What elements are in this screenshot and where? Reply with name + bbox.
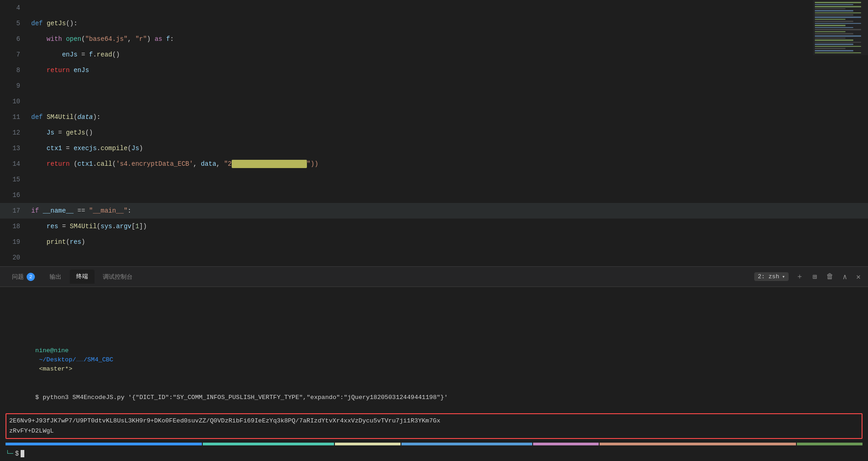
code-line-10: 10 xyxy=(0,94,868,109)
line-content-18: res = SM4Util(sys.argv[1]) xyxy=(28,219,868,234)
line-content-12: Js = getJs() xyxy=(28,125,868,141)
line-content-16 xyxy=(28,187,868,203)
tab-terminal[interactable]: 终端 xyxy=(70,270,95,284)
tab-debug-console-label: 调试控制台 xyxy=(103,273,133,281)
close-terminal-icon[interactable]: ✕ xyxy=(854,271,862,282)
line-number-8: 8 xyxy=(0,62,28,78)
line-content-15 xyxy=(28,172,868,187)
line-number-13: 13 xyxy=(0,141,28,156)
terminal-cursor xyxy=(21,450,24,457)
terminal-last-prompt: └─ $ xyxy=(6,450,862,457)
add-terminal-icon[interactable]: ＋ xyxy=(794,271,805,282)
terminal-command: python3 SM4EncodeJS.py '{"DICT_ID":"SY_C… xyxy=(43,394,448,401)
line-number-5: 5 xyxy=(0,16,28,31)
terminal-output-highlighted: 2E6Nv9+J93fJK7wP7/U9PT0dtvKL8UsL3KH9r9+D… xyxy=(6,413,862,439)
line-number-12: 12 xyxy=(0,125,28,141)
code-line-20: 20 xyxy=(0,250,868,265)
code-line-8: 8 return enJs xyxy=(0,62,868,78)
shell-selector-label: 2: zsh xyxy=(758,273,779,280)
line-number-19: 19 xyxy=(0,234,28,250)
line-number-11: 11 xyxy=(0,109,28,125)
line-number-20: 20 xyxy=(0,250,28,265)
terminal-body[interactable]: nine@nine ~/Desktop/……/SM4_CBC <master*>… xyxy=(0,287,868,461)
line-content-20 xyxy=(28,250,868,265)
line-number-15: 15 xyxy=(0,172,28,187)
line-content-19: print(res) xyxy=(28,234,868,250)
code-line-4: 4 xyxy=(0,0,868,16)
chevron-down-icon: ▾ xyxy=(782,274,785,280)
tab-problems-label: 问题 xyxy=(12,273,24,281)
line-content-4 xyxy=(28,0,868,16)
code-line-7: 7 enJs = f.read() xyxy=(0,47,868,62)
tab-output[interactable]: 输出 xyxy=(43,270,68,284)
code-line-17: 17 if __name__ == "__main__": xyxy=(0,203,868,219)
shell-selector[interactable]: 2: zsh ▾ xyxy=(754,272,789,281)
line-number-18: 18 xyxy=(0,219,28,234)
line-number-6: 6 xyxy=(0,31,28,47)
line-content-17: if __name__ == "__main__": xyxy=(28,203,868,219)
line-content-13: ctx1 = execjs.compile(Js) xyxy=(28,141,868,156)
line-number-14: 14 xyxy=(0,156,28,172)
code-line-13: 13 ctx1 = execjs.compile(Js) xyxy=(0,141,868,156)
terminal-last-arrow: └─ xyxy=(6,450,13,457)
code-line-12: 12 Js = getJs() xyxy=(0,125,868,141)
chevron-up-icon[interactable]: ∧ xyxy=(841,271,849,282)
line-content-6: with open("base64.js", "r") as f: xyxy=(28,31,868,47)
line-content-9 xyxy=(28,78,868,94)
terminal-toolbar: 2: zsh ▾ ＋ ⊞ 🗑 ∧ ✕ xyxy=(754,271,862,282)
terminal-tabs: 问题 2 输出 终端 调试控制台 2: zsh ▾ ＋ ⊞ 🗑 ∧ xyxy=(0,267,868,287)
split-terminal-icon[interactable]: ⊞ xyxy=(811,271,819,282)
code-line-5: 5 def getJs(): xyxy=(0,16,868,31)
minimap xyxy=(813,0,868,55)
delete-terminal-icon[interactable]: 🗑 xyxy=(824,271,835,282)
line-number-17: 17 xyxy=(0,203,28,219)
line-content-8: return enJs xyxy=(28,62,868,78)
line-content-10 xyxy=(28,94,868,109)
line-number-4: 4 xyxy=(0,0,28,16)
tab-output-label: 输出 xyxy=(50,273,61,281)
code-line-16: 16 xyxy=(0,187,868,203)
terminal-prompt-line: nine@nine ~/Desktop/……/SM4_CBC <master*> xyxy=(6,337,862,383)
line-number-9: 9 xyxy=(0,78,28,94)
line-content-14: return (ctx1.call('s4.encryptData_ECB', … xyxy=(28,156,868,172)
line-content-11: def SM4Util(data): xyxy=(28,109,868,125)
tab-problems-badge: 2 xyxy=(27,273,35,281)
line-content-7: enJs = f.read() xyxy=(28,47,868,62)
color-bar xyxy=(6,443,862,445)
code-line-14: 14 return (ctx1.call('s4.encryptData_ECB… xyxy=(0,156,868,172)
tab-debug-console[interactable]: 调试控制台 xyxy=(96,270,139,284)
code-line-18: 18 res = SM4Util(sys.argv[1]) xyxy=(0,219,868,234)
terminal-path: ~/Desktop/……/SM4_CBC xyxy=(35,356,113,363)
line-number-16: 16 xyxy=(0,187,28,203)
code-line-15: 15 xyxy=(0,172,868,187)
line-number-7: 7 xyxy=(0,47,28,62)
code-line-19: 19 print(res) xyxy=(0,234,868,250)
terminal-git-branch: <master*> xyxy=(35,365,72,372)
code-line-11: 11 def SM4Util(data): xyxy=(0,109,868,125)
line-number-10: 10 xyxy=(0,94,28,109)
terminal-user: nine@nine xyxy=(35,347,69,354)
code-line-6: 6 with open("base64.js", "r") as f: xyxy=(0,31,868,47)
terminal-command-line: $ python3 SM4EncodeJS.py '{"DICT_ID":"SY… xyxy=(6,384,862,411)
tab-problems[interactable]: 问题 2 xyxy=(6,270,41,284)
terminal-last-dollar: $ xyxy=(15,450,19,457)
line-content-5: def getJs(): xyxy=(28,16,868,31)
code-line-9: 9 xyxy=(0,78,868,94)
code-container: 4 5 def getJs(): 6 with open("base64.js"… xyxy=(0,0,868,266)
editor-area: 4 5 def getJs(): 6 with open("base64.js"… xyxy=(0,0,868,266)
terminal-panel: 问题 2 输出 终端 调试控制台 2: zsh ▾ ＋ ⊞ 🗑 ∧ xyxy=(0,266,868,461)
tab-terminal-label: 终端 xyxy=(76,272,88,281)
